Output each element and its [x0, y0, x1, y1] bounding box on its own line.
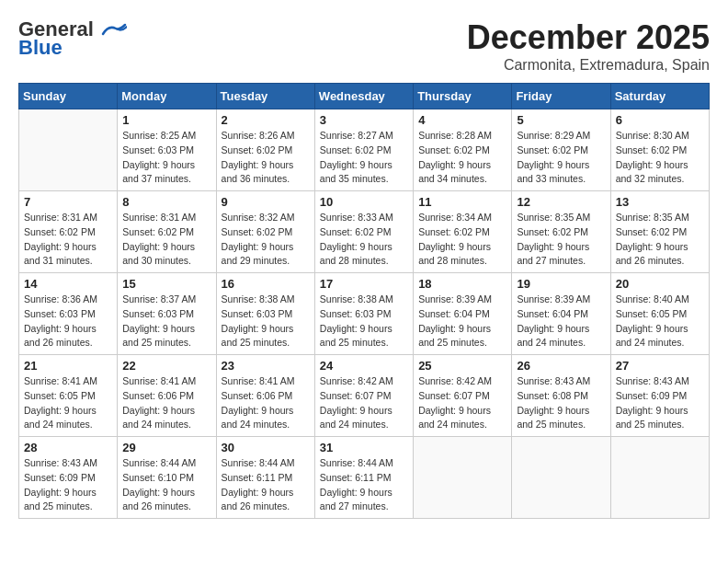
day-cell-2-0: 14Sunrise: 8:36 AM Sunset: 6:03 PM Dayli… [19, 273, 118, 355]
day-cell-3-3: 24Sunrise: 8:42 AM Sunset: 6:07 PM Dayli… [314, 355, 413, 437]
day-cell-3-5: 26Sunrise: 8:43 AM Sunset: 6:08 PM Dayli… [512, 355, 610, 437]
col-sunday: Sunday [19, 84, 118, 109]
day-info: Sunrise: 8:44 AM Sunset: 6:11 PM Dayligh… [222, 456, 310, 514]
day-info: Sunrise: 8:41 AM Sunset: 6:05 PM Dayligh… [24, 374, 112, 432]
day-cell-2-3: 17Sunrise: 8:38 AM Sunset: 6:03 PM Dayli… [314, 273, 413, 355]
day-info: Sunrise: 8:31 AM Sunset: 6:02 PM Dayligh… [122, 211, 210, 269]
day-number: 14 [24, 277, 112, 291]
day-cell-3-0: 21Sunrise: 8:41 AM Sunset: 6:05 PM Dayli… [19, 355, 118, 437]
day-cell-0-0 [19, 109, 118, 191]
day-number: 17 [320, 277, 408, 291]
day-cell-1-6: 13Sunrise: 8:35 AM Sunset: 6:02 PM Dayli… [610, 191, 709, 273]
col-saturday: Saturday [610, 84, 709, 109]
day-cell-2-5: 19Sunrise: 8:39 AM Sunset: 6:04 PM Dayli… [512, 273, 610, 355]
day-info: Sunrise: 8:37 AM Sunset: 6:03 PM Dayligh… [122, 293, 210, 350]
day-cell-2-4: 18Sunrise: 8:39 AM Sunset: 6:04 PM Dayli… [414, 273, 512, 355]
day-number: 12 [517, 195, 605, 209]
day-info: Sunrise: 8:41 AM Sunset: 6:06 PM Dayligh… [222, 374, 310, 432]
day-number: 21 [24, 359, 112, 373]
week-row-5: 28Sunrise: 8:43 AM Sunset: 6:09 PM Dayli… [19, 437, 710, 519]
day-info: Sunrise: 8:31 AM Sunset: 6:02 PM Dayligh… [24, 211, 112, 269]
day-number: 3 [320, 113, 408, 127]
day-number: 24 [320, 359, 408, 373]
day-cell-1-5: 12Sunrise: 8:35 AM Sunset: 6:02 PM Dayli… [512, 191, 610, 273]
day-number: 22 [122, 359, 210, 373]
logo-bird-icon [101, 23, 127, 38]
day-number: 29 [122, 441, 210, 454]
day-number: 13 [616, 195, 704, 209]
day-number: 9 [222, 195, 310, 209]
day-cell-1-0: 7Sunrise: 8:31 AM Sunset: 6:02 PM Daylig… [19, 191, 118, 273]
day-number: 15 [122, 277, 210, 291]
day-cell-3-6: 27Sunrise: 8:43 AM Sunset: 6:09 PM Dayli… [610, 355, 709, 437]
col-wednesday: Wednesday [314, 84, 413, 109]
day-cell-4-6 [610, 437, 709, 519]
day-cell-2-6: 20Sunrise: 8:40 AM Sunset: 6:05 PM Dayli… [610, 273, 709, 355]
title-section: December 2025 Carmonita, Extremadura, Sp… [467, 18, 710, 74]
day-cell-3-2: 23Sunrise: 8:41 AM Sunset: 6:06 PM Dayli… [216, 355, 314, 437]
col-monday: Monday [118, 84, 216, 109]
calendar-header-row: Sunday Monday Tuesday Wednesday Thursday… [19, 84, 710, 109]
col-friday: Friday [512, 84, 610, 109]
day-info: Sunrise: 8:44 AM Sunset: 6:11 PM Dayligh… [320, 456, 408, 514]
day-info: Sunrise: 8:25 AM Sunset: 6:03 PM Dayligh… [122, 129, 210, 187]
day-number: 27 [616, 359, 704, 373]
day-cell-4-5 [512, 437, 610, 519]
day-number: 2 [222, 113, 310, 127]
day-info: Sunrise: 8:39 AM Sunset: 6:04 PM Dayligh… [517, 293, 605, 350]
day-number: 8 [122, 195, 210, 209]
day-number: 7 [24, 195, 112, 209]
day-info: Sunrise: 8:38 AM Sunset: 6:03 PM Dayligh… [222, 293, 310, 350]
day-number: 20 [616, 277, 704, 291]
day-info: Sunrise: 8:30 AM Sunset: 6:02 PM Dayligh… [616, 129, 704, 187]
day-cell-1-3: 10Sunrise: 8:33 AM Sunset: 6:02 PM Dayli… [314, 191, 413, 273]
day-cell-0-6: 6Sunrise: 8:30 AM Sunset: 6:02 PM Daylig… [610, 109, 709, 191]
day-cell-4-3: 31Sunrise: 8:44 AM Sunset: 6:11 PM Dayli… [314, 437, 413, 519]
calendar-table: Sunday Monday Tuesday Wednesday Thursday… [18, 83, 710, 519]
day-info: Sunrise: 8:43 AM Sunset: 6:09 PM Dayligh… [24, 456, 112, 514]
day-cell-0-1: 1Sunrise: 8:25 AM Sunset: 6:03 PM Daylig… [118, 109, 216, 191]
day-cell-1-1: 8Sunrise: 8:31 AM Sunset: 6:02 PM Daylig… [118, 191, 216, 273]
day-info: Sunrise: 8:43 AM Sunset: 6:08 PM Dayligh… [517, 374, 605, 432]
day-number: 23 [222, 359, 310, 373]
day-info: Sunrise: 8:43 AM Sunset: 6:09 PM Dayligh… [616, 374, 704, 432]
day-info: Sunrise: 8:42 AM Sunset: 6:07 PM Dayligh… [320, 374, 408, 432]
day-info: Sunrise: 8:26 AM Sunset: 6:02 PM Dayligh… [222, 129, 310, 187]
day-info: Sunrise: 8:44 AM Sunset: 6:10 PM Dayligh… [122, 456, 210, 514]
day-cell-4-0: 28Sunrise: 8:43 AM Sunset: 6:09 PM Dayli… [19, 437, 118, 519]
week-row-4: 21Sunrise: 8:41 AM Sunset: 6:05 PM Dayli… [19, 355, 710, 437]
week-row-1: 1Sunrise: 8:25 AM Sunset: 6:03 PM Daylig… [19, 109, 710, 191]
day-cell-0-3: 3Sunrise: 8:27 AM Sunset: 6:02 PM Daylig… [314, 109, 413, 191]
week-row-2: 7Sunrise: 8:31 AM Sunset: 6:02 PM Daylig… [19, 191, 710, 273]
day-info: Sunrise: 8:34 AM Sunset: 6:02 PM Dayligh… [418, 211, 506, 269]
week-row-3: 14Sunrise: 8:36 AM Sunset: 6:03 PM Dayli… [19, 273, 710, 355]
col-tuesday: Tuesday [216, 84, 314, 109]
day-info: Sunrise: 8:36 AM Sunset: 6:03 PM Dayligh… [24, 293, 112, 350]
day-info: Sunrise: 8:27 AM Sunset: 6:02 PM Dayligh… [320, 129, 408, 187]
day-info: Sunrise: 8:41 AM Sunset: 6:06 PM Dayligh… [122, 374, 210, 432]
day-number: 26 [517, 359, 605, 373]
day-info: Sunrise: 8:29 AM Sunset: 6:02 PM Dayligh… [517, 129, 605, 187]
day-info: Sunrise: 8:35 AM Sunset: 6:02 PM Dayligh… [517, 211, 605, 269]
day-info: Sunrise: 8:39 AM Sunset: 6:04 PM Dayligh… [418, 293, 506, 350]
day-info: Sunrise: 8:28 AM Sunset: 6:02 PM Dayligh… [418, 129, 506, 187]
day-cell-4-1: 29Sunrise: 8:44 AM Sunset: 6:10 PM Dayli… [118, 437, 216, 519]
day-info: Sunrise: 8:42 AM Sunset: 6:07 PM Dayligh… [418, 374, 506, 432]
day-number: 28 [24, 441, 112, 454]
day-number: 18 [418, 277, 506, 291]
day-cell-1-4: 11Sunrise: 8:34 AM Sunset: 6:02 PM Dayli… [414, 191, 512, 273]
day-info: Sunrise: 8:40 AM Sunset: 6:05 PM Dayligh… [616, 293, 704, 350]
location-title: Carmonita, Extremadura, Spain [467, 57, 710, 74]
month-title: December 2025 [467, 18, 710, 57]
day-cell-0-5: 5Sunrise: 8:29 AM Sunset: 6:02 PM Daylig… [512, 109, 610, 191]
day-number: 19 [517, 277, 605, 291]
day-cell-4-4 [414, 437, 512, 519]
day-info: Sunrise: 8:33 AM Sunset: 6:02 PM Dayligh… [320, 211, 408, 269]
day-number: 31 [320, 441, 408, 454]
day-cell-3-4: 25Sunrise: 8:42 AM Sunset: 6:07 PM Dayli… [414, 355, 512, 437]
day-number: 10 [320, 195, 408, 209]
day-number: 30 [222, 441, 310, 454]
day-number: 25 [418, 359, 506, 373]
day-cell-0-4: 4Sunrise: 8:28 AM Sunset: 6:02 PM Daylig… [414, 109, 512, 191]
day-cell-4-2: 30Sunrise: 8:44 AM Sunset: 6:11 PM Dayli… [216, 437, 314, 519]
